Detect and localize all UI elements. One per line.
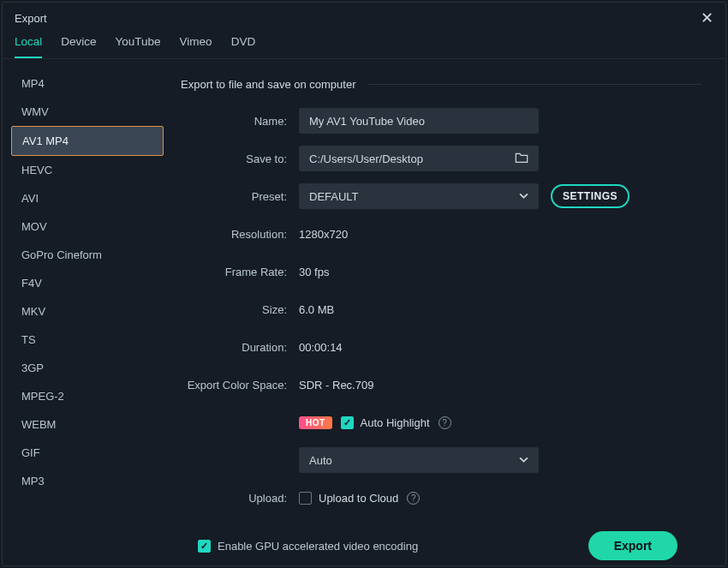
label-framerate: Frame Rate: bbox=[181, 266, 299, 278]
row-preset: Preset: DEFAULT SETTINGS bbox=[181, 183, 701, 209]
format-item[interactable]: 3GP bbox=[11, 354, 164, 382]
format-item[interactable]: MOV bbox=[11, 212, 164, 241]
row-name: Name: My AV1 YouTube Video bbox=[181, 108, 701, 134]
format-item[interactable]: MP4 bbox=[11, 69, 164, 98]
row-colorspace: Export Color Space: SDR - Rec.709 bbox=[181, 372, 701, 398]
footer: Enable GPU accelerated video encoding Ex… bbox=[181, 523, 701, 565]
format-item[interactable]: AV1 MP4 bbox=[11, 126, 164, 156]
format-item[interactable]: MP3 bbox=[11, 467, 164, 495]
format-item[interactable]: F4V bbox=[11, 269, 164, 297]
format-item[interactable]: GIF bbox=[11, 439, 164, 467]
gpu-checkbox[interactable] bbox=[198, 540, 211, 553]
label-size: Size: bbox=[181, 303, 299, 316]
label-resolution: Resolution: bbox=[181, 228, 299, 241]
row-upload: Upload: Upload to Cloud ? bbox=[181, 485, 701, 511]
export-tabs: Local Device YouTube Vimeo DVD bbox=[3, 32, 725, 59]
format-item[interactable]: HEVC bbox=[11, 156, 164, 184]
tab-youtube[interactable]: YouTube bbox=[116, 35, 161, 58]
label-duration: Duration: bbox=[181, 341, 299, 354]
tab-dvd[interactable]: DVD bbox=[231, 35, 256, 58]
row-auto-select: Auto bbox=[181, 447, 701, 473]
close-icon[interactable]: ✕ bbox=[701, 10, 713, 26]
label-name: Name: bbox=[181, 115, 299, 128]
row-size: Size: 6.0 MB bbox=[181, 296, 701, 322]
format-item[interactable]: AVI bbox=[11, 184, 164, 212]
format-item[interactable]: WMV bbox=[11, 98, 164, 126]
resolution-value: 1280x720 bbox=[299, 228, 348, 241]
upload-cloud-label: Upload to Cloud bbox=[319, 492, 398, 505]
titlebar: Export ✕ bbox=[3, 3, 725, 32]
tab-device[interactable]: Device bbox=[61, 35, 96, 58]
preset-value: DEFAULT bbox=[309, 190, 359, 203]
label-preset: Preset: bbox=[181, 190, 299, 203]
auto-highlight-checkbox[interactable] bbox=[341, 416, 354, 429]
format-item[interactable]: GoPro Cineform bbox=[11, 241, 164, 269]
gpu-label: Enable GPU accelerated video encoding bbox=[218, 540, 418, 553]
auto-highlight-select[interactable]: Auto bbox=[299, 447, 539, 473]
save-path-input[interactable]: C:/Users/User/Desktop bbox=[299, 146, 539, 171]
section-title: Export to file and save on computer bbox=[181, 78, 356, 91]
chevron-down-icon bbox=[519, 190, 528, 203]
section-header: Export to file and save on computer bbox=[181, 78, 701, 91]
name-input[interactable]: My AV1 YouTube Video bbox=[299, 108, 539, 134]
auto-highlight-label: Auto Highlight bbox=[361, 416, 430, 429]
settings-panel: Export to file and save on computer Name… bbox=[172, 59, 725, 565]
label-colorspace: Export Color Space: bbox=[181, 379, 299, 392]
export-button[interactable]: Export bbox=[588, 531, 677, 560]
format-sidebar: MP4 WMV AV1 MP4 HEVC AVI MOV GoPro Cinef… bbox=[3, 59, 172, 565]
footer-left: Enable GPU accelerated video encoding bbox=[198, 540, 418, 553]
auto-select-value: Auto bbox=[309, 454, 332, 467]
colorspace-value: SDR - Rec.709 bbox=[299, 379, 373, 392]
row-resolution: Resolution: 1280x720 bbox=[181, 221, 701, 247]
save-path-value: C:/Users/User/Desktop bbox=[309, 152, 423, 165]
folder-icon[interactable] bbox=[515, 152, 528, 166]
preset-select[interactable]: DEFAULT bbox=[299, 183, 539, 209]
format-item[interactable]: MKV bbox=[11, 297, 164, 326]
export-dialog: Export ✕ Local Device YouTube Vimeo DVD … bbox=[2, 2, 726, 566]
divider bbox=[368, 84, 701, 85]
format-item[interactable]: WEBM bbox=[11, 410, 164, 439]
label-upload: Upload: bbox=[181, 492, 299, 505]
label-save-to: Save to: bbox=[181, 152, 299, 165]
help-icon[interactable]: ? bbox=[407, 492, 420, 505]
name-value: My AV1 YouTube Video bbox=[309, 115, 425, 128]
window-title: Export bbox=[15, 12, 47, 25]
hot-badge: HOT bbox=[299, 416, 332, 429]
chevron-down-icon bbox=[519, 454, 528, 467]
upload-cloud-checkbox[interactable] bbox=[299, 492, 312, 505]
tab-local[interactable]: Local bbox=[15, 35, 42, 58]
row-framerate: Frame Rate: 30 fps bbox=[181, 259, 701, 284]
tab-vimeo[interactable]: Vimeo bbox=[180, 35, 212, 58]
settings-button[interactable]: SETTINGS bbox=[551, 184, 630, 208]
row-save-to: Save to: C:/Users/User/Desktop bbox=[181, 146, 701, 171]
row-auto-highlight: HOT Auto Highlight ? bbox=[181, 410, 701, 435]
duration-value: 00:00:14 bbox=[299, 341, 343, 354]
dialog-body: MP4 WMV AV1 MP4 HEVC AVI MOV GoPro Cinef… bbox=[3, 59, 725, 565]
help-icon[interactable]: ? bbox=[439, 416, 451, 429]
format-item[interactable]: MPEG-2 bbox=[11, 382, 164, 410]
row-duration: Duration: 00:00:14 bbox=[181, 334, 701, 360]
format-item[interactable]: TS bbox=[11, 326, 164, 354]
framerate-value: 30 fps bbox=[299, 266, 329, 278]
size-value: 6.0 MB bbox=[299, 303, 334, 316]
